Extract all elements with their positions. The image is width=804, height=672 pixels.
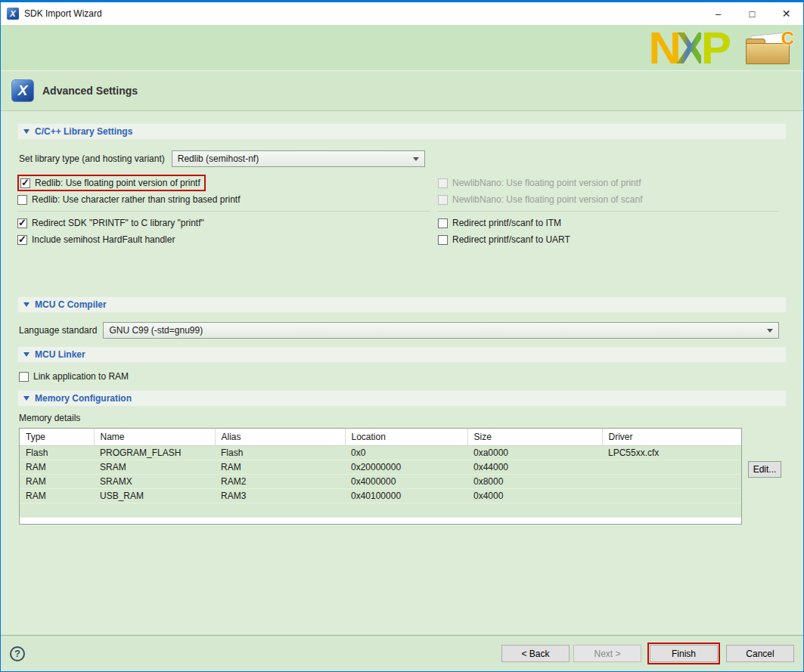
separator-line [438,211,779,212]
wizard-buttons: < Back Next > Finish Cancel [501,643,794,664]
nxp-letter-p: P [701,23,731,73]
checkbox-label: Redlib: Use character rather than string… [32,194,240,205]
section-compiler-title: MCU C Compiler [35,299,107,310]
finish-button[interactable]: Finish [650,645,718,662]
language-standard-label: Language standard [19,325,97,336]
next-button[interactable]: Next > [573,645,641,662]
table-row-usb-ram[interactable]: RAM USB_RAM RAM3 0x40100000 0x4000 [20,488,742,503]
cell-driver [602,474,742,488]
checkbox-row-link-to-ram[interactable]: Link application to RAM [19,368,787,385]
mcuxpresso-app-icon: X [7,8,19,20]
c-badge: C [781,28,794,49]
titlebar[interactable]: X SDK Import Wizard – □ ✕ [1,2,803,25]
collapse-arrow-icon [23,396,29,401]
checkbox [438,235,448,245]
cell-alias: RAM3 [215,488,345,503]
cell-alias: RAM [215,460,345,474]
collapse-arrow-icon [23,352,29,357]
column-header-type[interactable]: Type [20,429,94,445]
library-right-column: NewlibNano: Use floating point version o… [438,175,787,248]
library-type-dropdown[interactable]: Redlib (semihost-nf) [172,150,425,167]
column-header-alias[interactable]: Alias [215,429,345,445]
table-row-sram[interactable]: RAM SRAM RAM 0x20000000 0x44000 [20,460,742,474]
back-button[interactable]: < Back [501,645,570,662]
section-linker-header[interactable]: MCU Linker [17,346,787,363]
wizard-banner: NXP C [1,25,803,71]
checkbox-row-redlib-char-printf[interactable]: Redlib: Use character rather than string… [17,191,438,208]
c-folder-icon: C [744,33,794,66]
section-memory-header[interactable]: Memory Configuration [17,390,787,407]
page-title: Advanced Settings [42,85,138,97]
checkbox [438,195,448,205]
checkbox-label: Redirect SDK "PRINTF" to C library "prin… [32,218,204,228]
checkbox-label: Redirect printf/scanf to ITM [452,218,561,228]
table-row-empty [20,503,742,517]
section-library-header[interactable]: C/C++ Library Settings [17,123,787,140]
cell-size: 0x44000 [467,460,602,474]
language-standard-value: GNU C99 (-std=gnu99) [109,325,203,336]
cell-location: 0x4000000 [345,474,467,488]
cell-type: RAM [20,488,94,503]
table-row-program-flash[interactable]: Flash PROGRAM_FLASH Flash 0x0 0xa0000 LP… [20,445,742,460]
cell-alias: RAM2 [215,474,345,488]
checkbox [17,195,27,205]
close-button[interactable]: ✕ [769,2,803,25]
cell-name: PROGRAM_FLASH [94,445,215,460]
checkbox [17,218,27,228]
memory-details-area: Memory details Type Name Alias Location … [19,413,787,525]
titlebar-left: X SDK Import Wizard [1,8,102,20]
chevron-down-icon [767,329,773,333]
checkbox-row-redirect-itm[interactable]: Redirect printf/scanf to ITM [438,215,787,231]
page-heading: X Advanced Settings [1,71,803,111]
collapse-arrow-icon [23,129,29,134]
edit-button[interactable]: Edit... [748,461,781,478]
checkbox-label: NewlibNano: Use floating point version o… [452,194,642,205]
checkbox-label: Include semihost HardFault handler [32,234,175,245]
column-header-driver[interactable]: Driver [602,429,742,445]
minimize-button[interactable]: – [701,2,735,25]
checkbox-row-redirect-sdk-printf[interactable]: Redirect SDK "PRINTF" to C library "prin… [17,215,438,231]
maximize-button[interactable]: □ [735,2,769,25]
red-highlight-box: Redlib: Use floating point version of pr… [17,175,206,191]
cancel-button[interactable]: Cancel [726,645,794,662]
section-linker-title: MCU Linker [35,349,85,360]
checkbox [19,372,29,382]
column-header-size[interactable]: Size [467,429,602,445]
checkbox-label: Link application to RAM [33,371,129,382]
wizard-content: C/C++ Library Settings Set library type … [1,113,803,635]
cell-name: SRAM [94,460,215,474]
cell-location: 0x40100000 [345,488,467,503]
cell-type: Flash [20,445,94,460]
cell-alias: Flash [215,445,345,460]
memory-table-header-row: Type Name Alias Location Size Driver [20,429,742,445]
checkbox-row-newlibnano-printf: NewlibNano: Use floating point version o… [438,175,787,191]
table-row-sramx[interactable]: RAM SRAMX RAM2 0x4000000 0x8000 [20,474,742,488]
nxp-letter-n: N [649,23,676,73]
section-library-title: C/C++ Library Settings [35,126,132,137]
nxp-logo: NXP [649,25,731,71]
checkbox [438,218,448,228]
checkbox-row-redlib-float-printf[interactable]: Redlib: Use floating point version of pr… [17,175,438,191]
help-icon[interactable]: ? [10,646,25,661]
cell-driver [602,488,742,503]
column-header-location[interactable]: Location [345,429,467,445]
language-standard-dropdown[interactable]: GNU C99 (-std=gnu99) [103,322,779,339]
library-left-column: Redlib: Use floating point version of pr… [17,175,438,248]
mcuxpresso-x-icon: X [11,79,34,102]
section-memory-title: Memory Configuration [35,393,132,404]
checkbox-row-newlibnano-scanf: NewlibNano: Use floating point version o… [438,191,787,208]
language-standard-row: Language standard GNU C99 (-std=gnu99) [19,322,787,339]
library-type-row: Set library type (and hosting variant) R… [19,150,787,167]
checkbox-label: Redlib: Use floating point version of pr… [35,178,200,188]
section-compiler-header[interactable]: MCU C Compiler [17,296,787,313]
red-highlight-box: Finish [647,643,720,664]
window-controls: – □ ✕ [701,2,803,25]
nxp-letter-x: X [676,23,701,73]
checkbox-row-semihost-hardfault[interactable]: Include semihost HardFault handler [17,231,438,248]
column-header-name[interactable]: Name [94,429,215,445]
checkbox [438,178,448,188]
cell-size: 0x4000 [467,488,602,503]
collapse-arrow-icon [23,302,29,307]
cell-location: 0x20000000 [345,460,467,474]
checkbox-row-redirect-uart[interactable]: Redirect printf/scanf to UART [438,231,787,248]
